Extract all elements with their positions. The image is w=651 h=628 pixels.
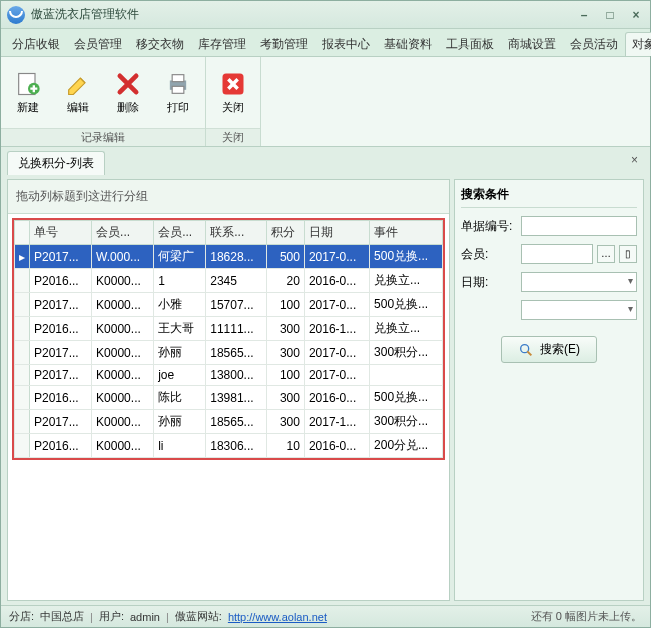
member-input[interactable] — [521, 244, 593, 264]
search-button[interactable]: 搜索(E) — [501, 336, 597, 363]
member-lookup-button[interactable]: … — [597, 245, 615, 263]
search-header: 搜索条件 — [461, 186, 637, 208]
table-row[interactable]: P2016...K0000...王大哥11111...3002016-1...兑… — [15, 317, 443, 341]
tab-3[interactable]: 库存管理 — [191, 32, 253, 56]
site-link[interactable]: http://www.aolan.net — [228, 611, 327, 623]
table-row[interactable]: P2017...K0000...孙丽18565...3002017-0...30… — [15, 341, 443, 365]
tab-0[interactable]: 分店收银 — [5, 32, 67, 56]
col-header[interactable]: 单号 — [30, 221, 92, 245]
tab-9[interactable]: 会员活动 — [563, 32, 625, 56]
close-window-button[interactable]: × — [628, 8, 644, 22]
app-logo — [7, 6, 25, 24]
col-header[interactable]: 事件 — [370, 221, 443, 245]
upload-status: 还有 0 幅图片未上传。 — [531, 609, 642, 624]
delete-button[interactable]: 删除 — [105, 61, 151, 124]
status-store: 中国总店 — [40, 609, 84, 624]
date-label: 日期: — [461, 274, 517, 291]
edit-button[interactable]: 编辑 — [55, 61, 101, 124]
grid-panel: 拖动列标题到这进行分组 单号会员...会员...联系...积分日期事件 ▸P20… — [7, 179, 450, 601]
print-button[interactable]: 打印 — [155, 61, 201, 124]
table-row[interactable]: P2017...K0000...小雅15707...1002017-0...50… — [15, 293, 443, 317]
new-button[interactable]: 新建 — [5, 61, 51, 124]
tab-7[interactable]: 工具面板 — [439, 32, 501, 56]
table-row[interactable]: ▸P2017...W.000...何梁广18628...5002017-0...… — [15, 245, 443, 269]
col-header[interactable]: 日期 — [304, 221, 369, 245]
table-row[interactable]: P2016...K0000...12345202016-0...兑换立... — [15, 269, 443, 293]
tab-2[interactable]: 移交衣物 — [129, 32, 191, 56]
subtab-close-icon[interactable]: × — [625, 151, 644, 169]
close-button[interactable]: 关闭 — [210, 61, 256, 124]
subtab-active[interactable]: 兑换积分-列表 — [7, 151, 105, 175]
svg-rect-3 — [172, 75, 184, 82]
svg-rect-4 — [172, 86, 184, 93]
order-input[interactable] — [521, 216, 637, 236]
col-header[interactable]: 会员... — [154, 221, 206, 245]
tab-8[interactable]: 商城设置 — [501, 32, 563, 56]
group-by-hint[interactable]: 拖动列标题到这进行分组 — [8, 180, 449, 214]
minimize-button[interactable]: – — [576, 8, 592, 22]
member-label: 会员: — [461, 246, 517, 263]
table-row[interactable]: P2016...K0000...陈比13981...3002016-0...50… — [15, 386, 443, 410]
search-icon — [518, 342, 534, 358]
app-title: 傲蓝洗衣店管理软件 — [31, 6, 576, 23]
member-card-icon[interactable]: ▯ — [619, 245, 637, 263]
col-header[interactable]: 联系... — [206, 221, 267, 245]
date-to-combo[interactable] — [521, 300, 637, 320]
col-header[interactable]: 积分 — [266, 221, 304, 245]
status-user: admin — [130, 611, 160, 623]
order-label: 单据编号: — [461, 218, 517, 235]
data-grid[interactable]: 单号会员...会员...联系...积分日期事件 ▸P2017...W.000..… — [12, 218, 445, 460]
table-row[interactable]: P2017...K0000...孙丽18565...3002017-1...30… — [15, 410, 443, 434]
col-header[interactable]: 会员... — [92, 221, 154, 245]
titlebar: 傲蓝洗衣店管理软件 – □ × — [1, 1, 650, 29]
svg-line-7 — [527, 351, 531, 355]
tab-10[interactable]: 对象列 — [625, 32, 651, 56]
ribbon: 新建编辑删除打印记录编辑关闭关闭 — [1, 57, 650, 147]
maximize-button[interactable]: □ — [602, 8, 618, 22]
table-row[interactable]: P2016...K0000...li18306...102016-0...200… — [15, 434, 443, 458]
tab-5[interactable]: 报表中心 — [315, 32, 377, 56]
tab-6[interactable]: 基础资料 — [377, 32, 439, 56]
tab-1[interactable]: 会员管理 — [67, 32, 129, 56]
search-panel: 搜索条件 单据编号: 会员: … ▯ 日期: 搜索(E) — [454, 179, 644, 601]
date-from-combo[interactable] — [521, 272, 637, 292]
status-bar: 分店: 中国总店 | 用户: admin | 傲蓝网站: http://www.… — [1, 605, 650, 627]
tab-4[interactable]: 考勤管理 — [253, 32, 315, 56]
main-tabs: 分店收银会员管理移交衣物库存管理考勤管理报表中心基础资料工具面板商城设置会员活动… — [1, 29, 650, 57]
table-row[interactable]: P2017...K0000...joe13800...1002017-0... — [15, 365, 443, 386]
